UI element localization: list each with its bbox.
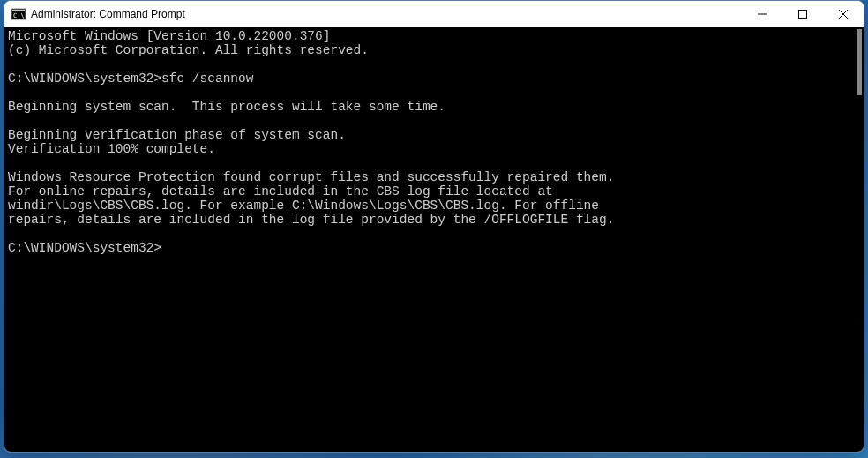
terminal-line xyxy=(8,114,864,128)
svg-rect-4 xyxy=(799,11,807,19)
terminal-line: C:\WINDOWS\system32>sfc /scannow xyxy=(8,71,864,86)
terminal-line: Beginning verification phase of system s… xyxy=(8,128,864,142)
svg-text:C:\: C:\ xyxy=(13,12,25,19)
minimize-button[interactable] xyxy=(742,1,782,27)
svg-rect-1 xyxy=(12,10,25,11)
window-title: Administrator: Command Prompt xyxy=(31,8,742,20)
terminal-output: Microsoft Windows [Version 10.0.22000.37… xyxy=(4,27,864,255)
terminal-line: (c) Microsoft Corporation. All rights re… xyxy=(8,43,864,57)
window-controls xyxy=(742,1,864,27)
terminal-area[interactable]: Microsoft Windows [Version 10.0.22000.37… xyxy=(4,27,864,452)
terminal-line: windir\Logs\CBS\CBS.log. For example C:\… xyxy=(8,199,864,213)
terminal-line: Microsoft Windows [Version 10.0.22000.37… xyxy=(8,29,864,43)
terminal-line: Beginning system scan. This process will… xyxy=(8,100,864,114)
terminal-line xyxy=(8,57,864,71)
terminal-line: repairs, details are included in the log… xyxy=(8,213,864,227)
terminal-line: C:\WINDOWS\system32> xyxy=(8,241,864,255)
terminal-line xyxy=(8,86,864,100)
close-button[interactable] xyxy=(823,1,864,27)
terminal-line xyxy=(8,227,864,241)
titlebar[interactable]: C:\ Administrator: Command Prompt xyxy=(4,1,864,27)
maximize-button[interactable] xyxy=(782,1,823,27)
terminal-line: For online repairs, details are included… xyxy=(8,184,864,199)
terminal-line: Windows Resource Protection found corrup… xyxy=(8,170,864,184)
terminal-line: Verification 100% complete. xyxy=(8,142,864,156)
cmd-icon: C:\ xyxy=(11,7,26,21)
command-prompt-window: C:\ Administrator: Command Prompt Micros… xyxy=(4,0,864,453)
terminal-line xyxy=(8,156,864,170)
vertical-scrollbar[interactable] xyxy=(857,29,862,95)
